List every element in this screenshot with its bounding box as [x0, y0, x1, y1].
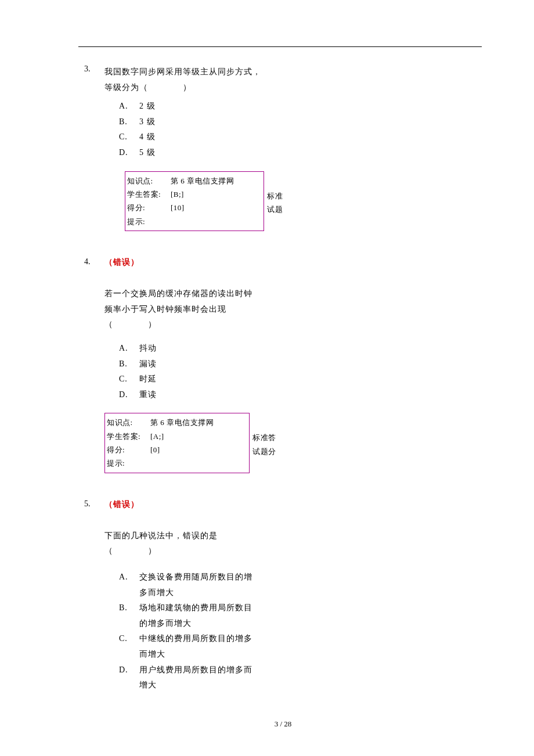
knowledge-value: 第 6 章电信支撑网	[150, 416, 247, 429]
option-c: C.时延	[119, 372, 482, 387]
question-4: 4. （错误） 若一个交换局的缓冲存储器的读出时钟 频率小于写入时钟频率时会出现…	[84, 257, 482, 473]
option-b: B.场地和建筑物的费用局所数目的增多而增大	[119, 600, 482, 631]
hint-value	[171, 215, 262, 228]
options-list: A.抖动 B.漏读 C.时延 D.重读	[119, 341, 482, 402]
answer-info-box: 知识点:第 6 章电信支撑网 学生答案:[B;] 得分:[10] 提示: 标准 …	[125, 171, 264, 232]
question-number: 4.	[84, 257, 104, 267]
option-d: D.5 级	[119, 145, 267, 161]
option-a: A.2 级	[119, 99, 267, 114]
question-number: 3.	[84, 64, 104, 74]
options-list: A.2 级 B.3 级 C.4 级 D.5 级	[119, 99, 267, 160]
option-d: D.用户线费用局所数目的增多而增大	[119, 663, 482, 693]
score-label: 得分:	[107, 443, 150, 456]
student-answer-label: 学生答案:	[127, 188, 171, 201]
option-a: A.抖动	[119, 341, 482, 357]
question-3: 3. 我国数字同步网采用等级主从同步方式， 等级分为（ ） A.2 级 B.3 …	[84, 64, 482, 231]
question-number: 5.	[84, 499, 104, 509]
page: 3. 我国数字同步网采用等级主从同步方式， 等级分为（ ） A.2 级 B.3 …	[0, 0, 534, 752]
side-text-2: 试题	[267, 203, 291, 216]
side-column: 标准答 试题分	[252, 431, 277, 458]
side-text-2: 试题分	[252, 445, 277, 458]
option-a: A.交换设备费用随局所数目的增多而增大	[119, 570, 482, 600]
score-value: [10]	[171, 201, 262, 214]
hint-label: 提示:	[127, 215, 171, 228]
option-b: B.漏读	[119, 357, 482, 372]
knowledge-label: 知识点:	[107, 416, 150, 429]
score-value: [0]	[150, 443, 247, 456]
page-footer: 3 / 28	[84, 719, 482, 729]
status-badge: （错误）	[104, 257, 139, 268]
question-5: 5. （错误） 下面的几种说法中，错误的是 （ ） A.交换设备费用随局所数目的…	[84, 499, 482, 693]
knowledge-label: 知识点:	[127, 174, 171, 188]
top-rule	[78, 46, 482, 47]
side-text-1: 标准	[267, 189, 291, 203]
answer-info-box: 知识点:第 6 章电信支撑网 学生答案:[A;] 得分:[0] 提示: 标准答 …	[104, 413, 250, 473]
options-list: A.交换设备费用随局所数目的增多而增大 B.场地和建筑物的费用局所数目的增多而增…	[119, 570, 482, 693]
stem-line-1: 下面的几种说法中，错误的是	[104, 531, 218, 540]
student-answer-value: [B;]	[171, 188, 262, 201]
question-stem: 我国数字同步网采用等级主从同步方式， 等级分为（ ）	[104, 64, 267, 95]
option-c: C.中继线的费用局所数目的增多而增大	[119, 631, 482, 662]
student-answer-label: 学生答案:	[107, 430, 150, 443]
stem-line-1: 若一个交换局的缓冲存储器的读出时钟	[104, 289, 252, 298]
question-stem: 若一个交换局的缓冲存储器的读出时钟 频率小于写入时钟频率时会出现 （ ）	[104, 286, 267, 333]
stem-line-1: 我国数字同步网采用等级主从同步方式，	[104, 67, 261, 76]
option-c: C.4 级	[119, 129, 267, 145]
stem-line-3: （ ）	[104, 320, 157, 329]
side-text-1: 标准答	[252, 431, 277, 444]
option-b: B.3 级	[119, 114, 267, 130]
score-label: 得分:	[127, 201, 171, 214]
status-badge: （错误）	[104, 499, 139, 510]
hint-value	[150, 456, 247, 470]
student-answer-value: [A;]	[150, 430, 247, 443]
side-column: 标准 试题	[267, 189, 291, 217]
stem-line-2: 等级分为（ ）	[104, 83, 192, 92]
stem-line-2: 频率小于写入时钟频率时会出现	[104, 305, 226, 314]
stem-line-2: （ ）	[104, 546, 157, 555]
option-d: D.重读	[119, 387, 482, 403]
hint-label: 提示:	[107, 456, 150, 470]
knowledge-value: 第 6 章电信支撑网	[171, 174, 262, 188]
question-stem: 下面的几种说法中，错误的是 （ ）	[104, 528, 267, 559]
